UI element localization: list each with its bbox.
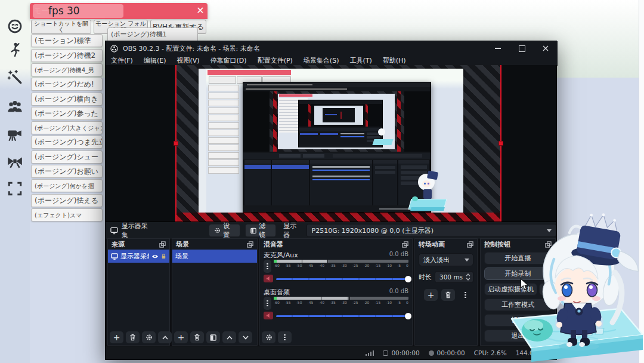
motion-list-item[interactable]: (エフェクト)スマ bbox=[31, 208, 103, 222]
motion-item-floating[interactable]: (ポージング)待機1 bbox=[107, 27, 198, 42]
smiley-face-icon[interactable] bbox=[5, 17, 24, 36]
source-properties-button[interactable]: 设置 bbox=[209, 224, 240, 237]
transition-select[interactable]: 淡入淡出 bbox=[419, 253, 473, 266]
popout-icon[interactable] bbox=[467, 241, 473, 248]
nested-furina-2 bbox=[378, 128, 385, 136]
volume-slider[interactable] bbox=[276, 275, 408, 282]
overflow-stripes-bottom-red bbox=[176, 213, 501, 222]
mute-button[interactable] bbox=[264, 312, 273, 319]
nested-obs-statusbar bbox=[243, 207, 431, 211]
obs-logo-icon bbox=[110, 45, 118, 53]
slider-handle[interactable] bbox=[405, 276, 411, 282]
source-settings-row: 显示器采集 设置 滤镜 显示器 P2510G: 1920x1080 @ 0,0 … bbox=[106, 222, 556, 239]
motion-list-item[interactable]: (ポージング)待機2 bbox=[31, 49, 103, 62]
slider-handle[interactable] bbox=[405, 313, 411, 319]
menu-help[interactable]: 帮助(H) bbox=[377, 56, 411, 65]
motion-list-item[interactable]: (ポージング)横向き bbox=[31, 93, 103, 106]
advanced-audio-button[interactable] bbox=[262, 331, 275, 343]
transition-more-button[interactable] bbox=[459, 289, 472, 301]
scenes-toolbar: + bbox=[174, 331, 252, 343]
transitions-dock-title: 转场动画 bbox=[419, 240, 445, 249]
popout-icon[interactable] bbox=[247, 241, 253, 248]
nested-motion-button bbox=[209, 76, 236, 84]
monitor-icon bbox=[110, 227, 118, 235]
minimize-button[interactable] bbox=[486, 41, 510, 56]
menu-scene-collection[interactable]: 场景集合(S) bbox=[298, 56, 345, 65]
nested-capture-2 bbox=[278, 94, 395, 149]
mixer-more-button[interactable] bbox=[278, 331, 292, 343]
stream-status-icon bbox=[383, 350, 388, 356]
motion-list-item[interactable]: (ポージング)何かを掴 bbox=[31, 179, 103, 192]
volume-slider[interactable] bbox=[276, 312, 408, 319]
add-source-button[interactable]: + bbox=[110, 331, 123, 343]
chevron-up-icon[interactable] bbox=[466, 273, 470, 276]
channel-menu-button[interactable] bbox=[264, 260, 271, 273]
remove-source-button[interactable] bbox=[126, 331, 140, 343]
motion-list-item[interactable]: (ポージング)参った bbox=[31, 107, 103, 120]
source-properties-gear-button[interactable] bbox=[142, 331, 156, 343]
obs-menubar: 文件(F) 编辑(E) 视图(V) 停靠窗口(D) 配置文件(P) 场景集合(S… bbox=[106, 56, 558, 66]
eye-icon[interactable] bbox=[151, 254, 159, 259]
motion-list-item[interactable]: (ポージング)お願い bbox=[31, 165, 103, 178]
maximize-button[interactable] bbox=[510, 41, 534, 56]
scene-row[interactable]: 场景 bbox=[172, 250, 257, 263]
record-status-icon bbox=[429, 350, 434, 356]
remove-transition-button[interactable] bbox=[441, 289, 455, 301]
move-scene-down-button[interactable] bbox=[239, 331, 252, 343]
dancer-icon[interactable] bbox=[5, 40, 24, 59]
menu-view[interactable]: 视图(V) bbox=[171, 56, 205, 65]
nested-motion-list bbox=[208, 85, 242, 174]
mixer-dock: 混音器 麦克风/Aux0.0 dB -60-55-50-45-40-35-30-… bbox=[259, 238, 413, 346]
source-bbox-left-handle[interactable] bbox=[174, 141, 178, 146]
preview-canvas[interactable] bbox=[106, 65, 556, 222]
popout-icon[interactable] bbox=[159, 241, 166, 248]
motion-list-item[interactable]: (ポージング)だめ! bbox=[31, 78, 103, 91]
open-shortcut-button[interactable]: ショートカットを開く bbox=[31, 20, 91, 34]
channel-name: 桌面音频 bbox=[264, 288, 290, 297]
motion-list-item[interactable]: (ポージング)大きくジャン bbox=[31, 121, 103, 134]
mute-button[interactable] bbox=[264, 275, 273, 282]
chevron-down-icon bbox=[243, 336, 249, 340]
motion-list-item[interactable]: (ポージング)シュー bbox=[31, 150, 103, 164]
menu-tools[interactable]: 工具(T) bbox=[344, 56, 377, 65]
popout-icon[interactable] bbox=[402, 241, 408, 248]
source-row-display-capture[interactable]: 显示器采集 bbox=[108, 250, 169, 263]
menu-edit[interactable]: 编辑(E) bbox=[138, 56, 172, 65]
display-capture-content bbox=[199, 69, 463, 213]
menu-file[interactable]: 文件(F) bbox=[106, 56, 138, 65]
sources-dock-title: 来源 bbox=[112, 240, 125, 249]
magic-wand-icon[interactable] bbox=[5, 67, 24, 87]
scenes-dock-title: 场景 bbox=[176, 240, 189, 249]
video-camera-icon[interactable] bbox=[5, 125, 24, 144]
close-button[interactable] bbox=[534, 41, 558, 56]
remove-scene-button[interactable] bbox=[190, 331, 204, 343]
move-source-up-button[interactable] bbox=[158, 331, 172, 343]
scene-filters-button[interactable] bbox=[206, 331, 220, 343]
motion-list-item[interactable]: (モーション)標準 bbox=[31, 34, 103, 47]
chevron-down-icon[interactable] bbox=[466, 278, 470, 281]
lock-icon[interactable] bbox=[161, 253, 166, 260]
scenes-dock: 场景 场景 + bbox=[172, 238, 258, 346]
people-icon[interactable] bbox=[5, 97, 24, 116]
source-bbox-right-handle[interactable] bbox=[499, 141, 503, 146]
add-transition-button[interactable]: + bbox=[424, 289, 438, 301]
duration-spinner[interactable]: 300 ms bbox=[435, 271, 473, 283]
connection-signal-icon bbox=[366, 350, 374, 356]
add-scene-button[interactable]: + bbox=[174, 331, 188, 343]
obs-titlebar[interactable]: OBS 30.2.3 - 配置文件: 未命名 - 场景: 未命名 bbox=[106, 41, 558, 56]
fullscreen-icon[interactable] bbox=[5, 179, 24, 198]
nested-obs-settings-row bbox=[243, 153, 431, 159]
move-scene-up-button[interactable] bbox=[222, 331, 236, 343]
menu-docks[interactable]: 停靠窗口(D) bbox=[205, 56, 252, 65]
motion-list-item[interactable]: (ポージング)待機4_男 bbox=[31, 63, 103, 76]
motion-list-item[interactable]: (ポージング)怯える bbox=[31, 194, 103, 207]
selected-source-label: 显示器采集 bbox=[122, 222, 152, 239]
motion-list-item[interactable]: (ポージング)つま先立 bbox=[31, 136, 103, 149]
stream-timer: 00:00:00 bbox=[391, 349, 419, 356]
menu-profile[interactable]: 配置文件(P) bbox=[252, 56, 298, 65]
channel-db: 0.0 dB bbox=[389, 251, 408, 260]
channel-menu-button[interactable] bbox=[264, 297, 271, 310]
ribbon-bow-icon[interactable] bbox=[5, 152, 24, 171]
source-filters-button[interactable]: 滤镜 bbox=[245, 224, 276, 237]
motion-window-close-button[interactable]: ✕ bbox=[194, 5, 206, 17]
